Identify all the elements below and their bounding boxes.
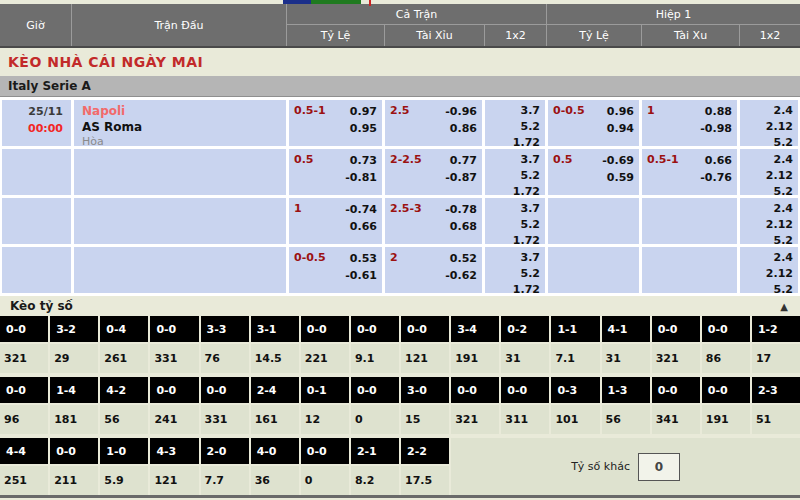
score-odd-cell[interactable]: 0 [301,466,349,495]
score-odd-cell[interactable]: 7.1 [551,344,599,373]
ft-1x2-cell[interactable]: 3.75.21.72 [485,247,545,293]
ft-1x2-cell[interactable]: 3.75.21.72 [485,100,545,146]
score-odd-cell[interactable]: 121 [150,466,198,495]
collapse-arrow-icon[interactable]: ▲ [780,301,788,312]
h1-1x2-cell[interactable]: 2.42.125.2 [740,149,798,195]
score-odd-cell[interactable]: 321 [451,405,499,434]
score-odd-cell[interactable]: 17.5 [401,466,449,495]
ft-overunder-cell[interactable]: 2.5-3 -0.780.68 [385,198,482,244]
score-cell[interactable]: 0-0 [351,377,399,403]
ft-overunder-cell[interactable]: 2 0.52-0.62 [385,247,482,293]
score-odd-cell[interactable]: 76 [201,344,249,373]
match-teams-cell[interactable]: Napoli AS Roma Hòa [74,100,286,146]
score-cell[interactable]: 3-4 [451,316,499,342]
ft-handicap-cell[interactable]: 0.5 0.73-0.81 [289,149,382,195]
score-cell[interactable]: 0-0 [702,377,750,403]
ft-handicap-cell[interactable]: 1 -0.740.66 [289,198,382,244]
h1-1x2-cell[interactable]: 2.42.125.2 [740,198,798,244]
score-odd-cell[interactable]: 14.5 [251,344,299,373]
score-odd-cell[interactable]: 261 [100,344,148,373]
score-cell[interactable]: 3-2 [50,316,98,342]
score-odd-cell[interactable]: 15 [401,405,449,434]
score-cell[interactable]: 4-0 [251,438,299,464]
ft-overunder-cell[interactable]: 2.5 -0.960.86 [385,100,482,146]
score-odd-cell[interactable]: 12 [301,405,349,434]
score-cell[interactable]: 3-3 [201,316,249,342]
score-odd-cell[interactable]: 101 [551,405,599,434]
score-cell[interactable]: 4-1 [602,316,650,342]
score-odd-cell[interactable]: 31 [602,344,650,373]
score-cell[interactable]: 0-4 [100,316,148,342]
score-cell[interactable]: 0-0 [451,377,499,403]
score-odd-cell[interactable]: 36 [251,466,299,495]
score-cell[interactable]: 0-0 [201,377,249,403]
score-odd-cell[interactable]: 0 [351,405,399,434]
h1-overunder-cell[interactable]: 0.5-1 0.66-0.76 [642,149,737,195]
score-cell[interactable]: 1-1 [551,316,599,342]
score-odd-cell[interactable]: 8.2 [351,466,399,495]
score-cell[interactable]: 0-0 [301,438,349,464]
score-odd-cell[interactable]: 51 [752,405,800,434]
score-odd-cell[interactable]: 161 [251,405,299,434]
score-cell[interactable]: 0-2 [501,316,549,342]
score-odd-cell[interactable]: 96 [0,405,48,434]
score-cell[interactable]: 0-0 [301,316,349,342]
score-odd-cell[interactable]: 29 [50,344,98,373]
score-odd-cell[interactable]: 241 [150,405,198,434]
score-odd-cell[interactable]: 86 [702,344,750,373]
score-cell[interactable]: 0-0 [0,316,48,342]
score-cell[interactable]: 0-1 [301,377,349,403]
score-odd-cell[interactable]: 331 [201,405,249,434]
ft-1x2-cell[interactable]: 3.75.21.72 [485,198,545,244]
other-score-input[interactable] [638,453,680,481]
score-odd-cell[interactable]: 56 [602,405,650,434]
score-cell[interactable]: 1-0 [100,438,148,464]
score-cell[interactable]: 0-0 [0,377,48,403]
score-cell[interactable]: 1-3 [602,377,650,403]
score-odd-cell[interactable]: 31 [501,344,549,373]
h1-handicap-cell[interactable]: 0.5 -0.690.59 [548,149,639,195]
score-odd-cell[interactable]: 321 [0,344,48,373]
score-cell[interactable]: 2-4 [251,377,299,403]
score-odd-cell[interactable]: 311 [501,405,549,434]
score-cell[interactable]: 0-0 [652,377,700,403]
score-cell[interactable]: 1-4 [50,377,98,403]
score-cell[interactable]: 4-3 [150,438,198,464]
score-odd-cell[interactable]: 221 [301,344,349,373]
score-cell[interactable]: 0-0 [50,438,98,464]
score-odd-cell[interactable]: 181 [50,405,98,434]
league-header[interactable]: Italy Serie A [0,76,800,97]
ft-1x2-cell[interactable]: 3.75.21.72 [485,149,545,195]
score-odd-cell[interactable]: 9.1 [351,344,399,373]
score-odd-cell[interactable]: 211 [50,466,98,495]
score-cell[interactable]: 0-0 [652,316,700,342]
score-odd-cell[interactable]: 341 [652,405,700,434]
score-cell[interactable]: 0-0 [401,316,449,342]
score-odd-cell[interactable]: 7.7 [201,466,249,495]
score-cell[interactable]: 3-0 [401,377,449,403]
ft-handicap-cell[interactable]: 0-0.5 0.53-0.61 [289,247,382,293]
score-cell[interactable]: 0-0 [351,316,399,342]
score-odd-cell[interactable]: 56 [100,405,148,434]
score-cell[interactable]: 2-0 [201,438,249,464]
score-cell[interactable]: 0-0 [150,316,198,342]
score-cell[interactable]: 0-0 [150,377,198,403]
ft-overunder-cell[interactable]: 2-2.5 0.77-0.87 [385,149,482,195]
score-cell[interactable]: 3-1 [251,316,299,342]
score-odd-cell[interactable]: 191 [702,405,750,434]
score-odd-cell[interactable]: 17 [752,344,800,373]
score-cell[interactable]: 2-2 [401,438,449,464]
score-cell[interactable]: 0-0 [501,377,549,403]
score-odd-cell[interactable]: 121 [401,344,449,373]
ft-handicap-cell[interactable]: 0.5-1 0.970.95 [289,100,382,146]
h1-1x2-cell[interactable]: 2.42.125.2 [740,100,798,146]
score-cell[interactable]: 4-4 [0,438,48,464]
h1-handicap-cell[interactable]: 0-0.5 0.960.94 [548,100,639,146]
score-cell[interactable]: 4-2 [100,377,148,403]
score-cell[interactable]: 2-1 [351,438,399,464]
score-cell[interactable]: 1-2 [752,316,800,342]
score-cell[interactable]: 2-3 [752,377,800,403]
score-cell[interactable]: 0-0 [702,316,750,342]
score-cell[interactable]: 0-3 [551,377,599,403]
h1-1x2-cell[interactable]: 2.42.125.2 [740,247,798,293]
